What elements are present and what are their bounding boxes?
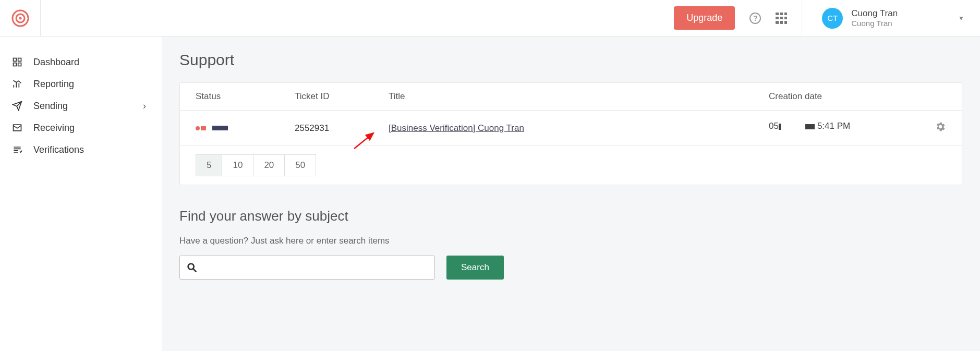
profile-subtitle: Cuong Tran <box>851 19 898 28</box>
col-ticket-id: Ticket ID <box>295 91 389 102</box>
sidebar-item-reporting[interactable]: Reporting <box>0 73 162 95</box>
reporting-icon <box>11 78 23 90</box>
page-size-pager: 5 10 20 50 <box>180 146 962 185</box>
search-icon <box>186 262 198 273</box>
svg-rect-6 <box>18 63 21 66</box>
ticket-title-link[interactable]: [Business Verification] Cuong Tran <box>389 123 524 133</box>
upgrade-button[interactable]: Upgrade <box>674 6 735 30</box>
page-title: Support <box>179 51 962 69</box>
status-badge <box>196 123 295 134</box>
creation-date: 05 xxxxx 5:41 PM <box>769 121 946 135</box>
search-box[interactable] <box>179 256 435 280</box>
help-icon[interactable]: ? <box>749 13 761 24</box>
sidebar-item-dashboard[interactable]: Dashboard <box>0 51 162 73</box>
logo[interactable] <box>0 0 41 37</box>
verifications-icon <box>11 144 23 155</box>
sidebar: Dashboard Reporting Sending › Receiving … <box>0 37 162 351</box>
page-size-5[interactable]: 5 <box>196 154 222 176</box>
ticket-id: 2552931 <box>295 123 389 134</box>
svg-point-2 <box>19 17 21 19</box>
page-size-50[interactable]: 50 <box>284 154 316 176</box>
find-answer-title: Find your answer by subject <box>179 208 962 224</box>
sidebar-item-sending[interactable]: Sending › <box>0 95 162 117</box>
sidebar-item-receiving[interactable]: Receiving <box>0 117 162 139</box>
svg-rect-4 <box>18 58 21 62</box>
profile-name: Cuong Tran <box>851 8 898 19</box>
search-button[interactable]: Search <box>446 256 504 280</box>
search-input[interactable] <box>202 263 428 272</box>
sidebar-item-label: Dashboard <box>33 57 79 68</box>
topbar: Upgrade ? CT Cuong Tran Cuong Tran ▼ <box>0 0 980 37</box>
divider <box>802 0 802 37</box>
chevron-right-icon: › <box>143 101 146 112</box>
dashboard-icon <box>11 56 23 68</box>
col-title: Title <box>389 91 769 102</box>
sending-icon <box>11 100 23 112</box>
sidebar-item-label: Sending <box>33 101 68 112</box>
svg-point-9 <box>188 264 194 270</box>
avatar: CT <box>822 8 843 29</box>
apps-icon[interactable] <box>776 13 787 24</box>
col-status: Status <box>196 91 295 102</box>
gear-icon[interactable] <box>935 121 946 135</box>
svg-rect-3 <box>14 58 17 62</box>
find-answer-desc: Have a question? Just ask here or enter … <box>179 236 962 246</box>
sidebar-item-label: Verifications <box>33 144 84 155</box>
sidebar-item-verifications[interactable]: Verifications <box>0 139 162 161</box>
table-row: 2552931 [Business Verification] Cuong Tr… <box>180 111 962 146</box>
page-size-10[interactable]: 10 <box>222 154 253 176</box>
sidebar-item-label: Receiving <box>33 123 75 134</box>
main-content: Support Status Ticket ID Title Creation … <box>162 37 980 351</box>
svg-line-10 <box>193 269 197 272</box>
col-date: Creation date <box>769 91 946 102</box>
profile-menu[interactable]: CT Cuong Tran Cuong Tran ▼ <box>817 8 964 29</box>
svg-rect-5 <box>14 63 17 66</box>
chevron-down-icon: ▼ <box>958 15 964 22</box>
page-size-20[interactable]: 20 <box>253 154 285 176</box>
receiving-icon <box>11 122 23 134</box>
sidebar-item-label: Reporting <box>33 79 74 90</box>
tickets-table: Status Ticket ID Title Creation date 255… <box>179 82 962 185</box>
table-header: Status Ticket ID Title Creation date <box>180 83 962 111</box>
